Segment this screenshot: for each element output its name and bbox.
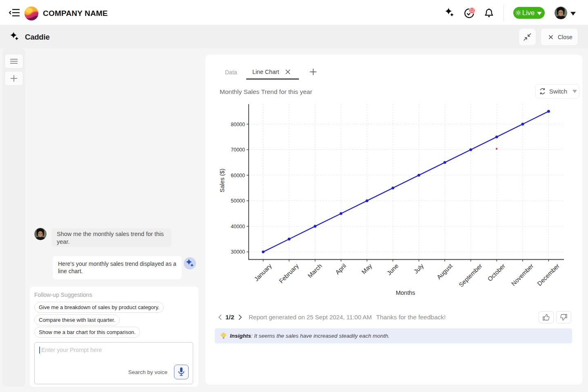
svg-text:January: January (253, 262, 273, 283)
svg-text:40000: 40000 (231, 224, 245, 229)
svg-text:November: November (510, 262, 535, 287)
svg-text:Sales ($): Sales ($) (219, 169, 225, 192)
svg-text:April: April (334, 262, 347, 276)
svg-text:80000: 80000 (231, 122, 245, 127)
svg-text:July: July (412, 262, 425, 275)
svg-text:30000: 30000 (231, 249, 245, 255)
svg-text:June: June (385, 262, 400, 276)
svg-text:12: 12 (470, 8, 474, 13)
svg-text:December: December (536, 262, 561, 287)
svg-text:70000: 70000 (231, 147, 245, 153)
svg-text:May: May (360, 262, 373, 275)
svg-text:February: February (278, 262, 300, 285)
svg-text:March: March (306, 262, 323, 279)
svg-text:October: October (486, 262, 507, 283)
svg-text:August: August (435, 262, 454, 281)
svg-text:60000: 60000 (231, 173, 245, 178)
svg-text:Months: Months (396, 290, 415, 296)
svg-text:September: September (457, 262, 483, 288)
svg-text:50000: 50000 (231, 198, 245, 204)
